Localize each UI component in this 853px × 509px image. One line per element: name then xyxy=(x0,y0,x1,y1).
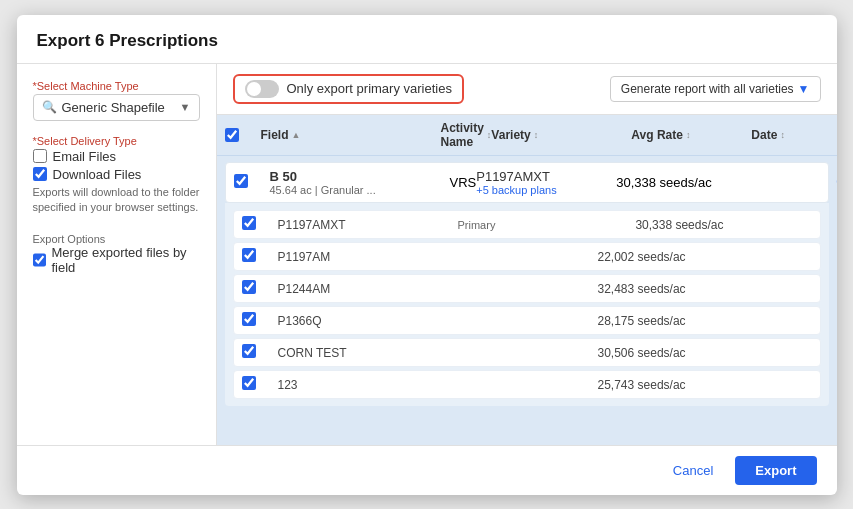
table-header: Field ▲ Activity Name ↕ Variety ↕ Avg Ra… xyxy=(217,115,837,156)
sub-rate-cell-3: 28,175 seeds/ac xyxy=(598,313,718,328)
merge-label: Merge exported files by field xyxy=(52,245,200,275)
export-options-label: Export Options xyxy=(33,233,200,245)
modal-footer: Cancel Export xyxy=(17,445,837,495)
download-hint: Exports will download to the folder spec… xyxy=(33,185,200,216)
cancel-button[interactable]: Cancel xyxy=(661,457,725,484)
th-date-label: Date xyxy=(751,128,777,142)
th-activity-label: Activity Name xyxy=(441,121,484,149)
avg-rate-cell: 30,338 seeds/ac xyxy=(616,175,736,190)
field-sort-icon: ▲ xyxy=(292,130,301,140)
sub-rate-1: 22,002 seeds/ac xyxy=(598,250,686,264)
list-item: P1244AM 32,483 seeds/ac xyxy=(233,274,821,303)
th-field: Field ▲ xyxy=(261,128,441,142)
activity-cell: VRS xyxy=(450,175,477,190)
sub-checkbox-cell-4 xyxy=(242,344,278,361)
table-area: Field ▲ Activity Name ↕ Variety ↕ Avg Ra… xyxy=(217,115,837,445)
sub-rate-cell-5: 25,743 seeds/ac xyxy=(598,377,718,392)
field-sub: 45.64 ac | Granular ... xyxy=(270,184,450,196)
list-item: P1366Q 28,175 seeds/ac xyxy=(233,306,821,335)
variety-sort-icon: ↕ xyxy=(534,130,539,140)
email-files-checkbox[interactable] xyxy=(33,149,47,163)
sub-variety-cell-2: P1244AM xyxy=(278,281,458,296)
toggle-container: Only export primary varieties xyxy=(233,74,464,104)
th-checkbox xyxy=(225,128,261,142)
export-button[interactable]: Export xyxy=(735,456,816,485)
merge-checkbox[interactable] xyxy=(33,253,46,267)
th-avg-rate-label: Avg Rate xyxy=(631,128,683,142)
sub-tag-0: Primary xyxy=(458,219,496,231)
list-item: 123 25,743 seeds/ac xyxy=(233,370,821,399)
sub-rate-5: 25,743 seeds/ac xyxy=(598,378,686,392)
sub-variety-cell-4: CORN TEST xyxy=(278,345,458,360)
row-checkbox-cell xyxy=(234,174,270,191)
field-row-checkbox[interactable] xyxy=(234,174,248,188)
primary-varieties-toggle[interactable] xyxy=(245,80,279,98)
sub-variety-cell-1: P1197AM xyxy=(278,249,458,264)
sub-variety-4: CORN TEST xyxy=(278,346,347,360)
variety-cell: P1197AMXT +5 backup plans xyxy=(476,169,616,196)
sub-rate-cell-0: 30,338 seeds/ac xyxy=(635,217,755,232)
email-files-row: Email Files xyxy=(33,149,200,164)
merge-row: Merge exported files by field xyxy=(33,245,200,275)
th-date: Date ↕ xyxy=(751,128,836,142)
sub-rate-0: 30,338 seeds/ac xyxy=(635,218,723,232)
avg-rate-value: 30,338 seeds/ac xyxy=(616,175,711,190)
delivery-type-label: *Select Delivery Type xyxy=(33,135,200,147)
top-bar: Only export primary varieties Generate r… xyxy=(217,64,837,115)
select-all-checkbox[interactable] xyxy=(225,128,239,142)
sub-tag-cell-0: Primary xyxy=(458,217,496,232)
sub-rows-container: P1197AMXT Primary 30,338 seeds/ac xyxy=(225,203,829,406)
sub-checkbox-cell-3 xyxy=(242,312,278,329)
download-files-label: Download Files xyxy=(53,167,142,182)
sub-variety-1: P1197AM xyxy=(278,250,331,264)
left-panel: *Select Machine Type 🔍 Generic Shapefile… xyxy=(17,64,217,445)
modal-body: *Select Machine Type 🔍 Generic Shapefile… xyxy=(17,64,837,445)
sub-variety-cell-3: P1366Q xyxy=(278,313,458,328)
download-files-checkbox[interactable] xyxy=(33,167,47,181)
download-files-row: Download Files xyxy=(33,167,200,182)
sub-checkbox-cell-2 xyxy=(242,280,278,297)
generate-report-button[interactable]: Generate report with all varieties ▼ xyxy=(610,76,821,102)
th-field-label: Field xyxy=(261,128,289,142)
field-name-cell: B 50 45.64 ac | Granular ... xyxy=(270,169,450,196)
sub-rate-2: 32,483 seeds/ac xyxy=(598,282,686,296)
sub-variety-cell-5: 123 xyxy=(278,377,458,392)
sub-row-checkbox-5[interactable] xyxy=(242,376,256,390)
sub-checkbox-cell-0 xyxy=(242,216,278,233)
list-item: P1197AM 22,002 seeds/ac xyxy=(233,242,821,271)
sub-variety-0: P1197AMXT xyxy=(278,218,346,232)
sub-rate-cell-4: 30,506 seeds/ac xyxy=(598,345,718,360)
sub-checkbox-cell-1 xyxy=(242,248,278,265)
avg-rate-sort-icon: ↕ xyxy=(686,130,691,140)
variety-backup: +5 backup plans xyxy=(476,184,616,196)
dropdown-arrow-icon: ▼ xyxy=(798,82,810,96)
right-panel: Only export primary varieties Generate r… xyxy=(217,64,837,445)
sub-rate-3: 28,175 seeds/ac xyxy=(598,314,686,328)
field-name: B 50 xyxy=(270,169,450,184)
sub-row-checkbox-2[interactable] xyxy=(242,280,256,294)
generate-report-label: Generate report with all varieties xyxy=(621,82,794,96)
sub-rate-4: 30,506 seeds/ac xyxy=(598,346,686,360)
th-activity: Activity Name ↕ xyxy=(441,121,492,149)
sub-variety-5: 123 xyxy=(278,378,298,392)
export-modal: Export 6 Prescriptions *Select Machine T… xyxy=(17,15,837,495)
th-variety-label: Variety xyxy=(491,128,530,142)
date-sort-icon: ↕ xyxy=(780,130,785,140)
sub-variety-2: P1244AM xyxy=(278,282,331,296)
modal-header: Export 6 Prescriptions xyxy=(17,15,837,64)
table-row: B 50 45.64 ac | Granular ... VRS P1197AM… xyxy=(225,162,829,203)
modal-title: Export 6 Prescriptions xyxy=(37,31,218,50)
sub-row-checkbox-4[interactable] xyxy=(242,344,256,358)
sub-variety-3: P1366Q xyxy=(278,314,322,328)
th-variety: Variety ↕ xyxy=(491,128,631,142)
machine-type-select[interactable]: 🔍 Generic Shapefile ▼ xyxy=(33,94,200,121)
sub-row-checkbox-3[interactable] xyxy=(242,312,256,326)
toggle-knob xyxy=(247,82,261,96)
chevron-down-icon: ▼ xyxy=(180,101,191,113)
machine-type-label: *Select Machine Type xyxy=(33,80,200,92)
sub-row-checkbox-0[interactable] xyxy=(242,216,256,230)
sub-rate-cell-2: 32,483 seeds/ac xyxy=(598,281,718,296)
email-files-label: Email Files xyxy=(53,149,117,164)
sub-row-checkbox-1[interactable] xyxy=(242,248,256,262)
sub-variety-cell-0: P1197AMXT xyxy=(278,217,458,232)
